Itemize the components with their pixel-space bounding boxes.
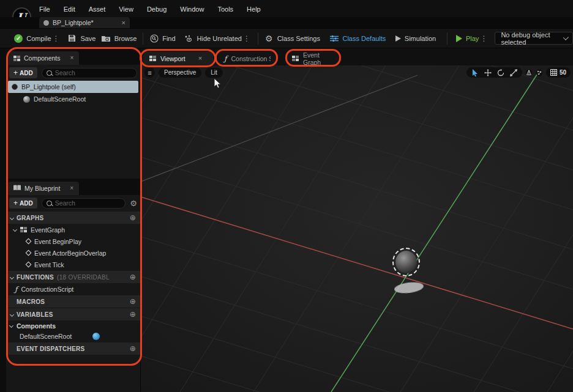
save-button[interactable]: Save bbox=[67, 34, 96, 43]
y-axis-green bbox=[331, 73, 538, 392]
close-icon[interactable]: × bbox=[70, 55, 74, 61]
find-button[interactable]: Find bbox=[149, 34, 175, 43]
tab-event-graph[interactable]: Event Graph bbox=[286, 51, 339, 65]
component-row-self[interactable]: BP_Lightpole (self) bbox=[8, 81, 138, 93]
my-blueprint-panel: My Blueprint × + ADD Search ⚙ GRAPHS ⊕ bbox=[6, 179, 140, 392]
add-dispatcher-icon[interactable]: ⊕ bbox=[130, 344, 136, 353]
add-blueprint-item-button[interactable]: + ADD bbox=[9, 198, 37, 209]
search-icon bbox=[47, 70, 52, 76]
search-placeholder: Search bbox=[55, 69, 75, 76]
asset-tab-bp-lightpole[interactable]: BP_Lightpole* × bbox=[39, 17, 130, 28]
add-function-icon[interactable]: ⊕ bbox=[130, 273, 136, 281]
event-beginplay-row[interactable]: Event BeginPlay bbox=[6, 235, 140, 247]
close-icon[interactable]: × bbox=[70, 185, 73, 191]
browse-icon bbox=[102, 34, 111, 43]
simulation-icon bbox=[395, 35, 401, 42]
menu-file[interactable]: File bbox=[39, 6, 50, 13]
select-tool-icon[interactable] bbox=[471, 69, 479, 76]
viewport-menu-icon[interactable]: ≡ bbox=[144, 67, 155, 78]
menu-asset[interactable]: Asset bbox=[89, 6, 106, 13]
event-icon bbox=[26, 250, 32, 256]
x-axis-red bbox=[141, 197, 573, 329]
lit-button[interactable]: Lit bbox=[205, 68, 223, 78]
rotate-tool-icon[interactable] bbox=[497, 69, 504, 76]
3d-viewport[interactable]: ≡ Perspective Lit bbox=[141, 65, 573, 392]
function-label: ConstructionScript bbox=[21, 286, 73, 293]
play-button[interactable]: Play bbox=[456, 35, 479, 42]
find-icon bbox=[149, 34, 159, 43]
functions-section-header[interactable]: FUNCTIONS (18 OVERRIDABL ⊕ bbox=[6, 271, 140, 283]
search-placeholder: Search bbox=[55, 199, 75, 207]
variable-defaultsceneroot-row[interactable]: DefaultSceneRoot bbox=[6, 331, 140, 342]
menu-help[interactable]: Help bbox=[247, 6, 261, 13]
chevron-expanded-icon bbox=[13, 227, 17, 232]
scale-tool-icon[interactable] bbox=[510, 69, 517, 76]
component-row-scene-root[interactable]: DefaultSceneRoot bbox=[6, 93, 140, 105]
menu-window[interactable]: Window bbox=[180, 6, 204, 13]
menu-tools[interactable]: Tools bbox=[217, 6, 233, 13]
components-icon bbox=[13, 56, 20, 61]
variables-section-header[interactable]: VARIABLES ⊕ bbox=[6, 308, 140, 320]
class-settings-icon: ⚙ bbox=[264, 34, 274, 43]
grid-snap-value: 50 bbox=[560, 69, 566, 76]
event-tick-row[interactable]: Event Tick bbox=[6, 259, 140, 270]
snap-icon[interactable] bbox=[536, 69, 543, 76]
perspective-button[interactable]: Perspective bbox=[159, 68, 201, 78]
grid-icon bbox=[550, 69, 557, 76]
move-tool-icon[interactable] bbox=[484, 69, 492, 76]
surface-snap-icon[interactable] bbox=[525, 69, 533, 76]
add-macro-icon[interactable]: ⊕ bbox=[130, 297, 136, 306]
menu-view[interactable]: View bbox=[119, 6, 133, 13]
blueprint-toolbar: ✓ Compile ⋮ Save Browse Find bbox=[0, 28, 573, 48]
function-icon: ƒ bbox=[15, 285, 17, 294]
overridable-count: (18 OVERRIDABL bbox=[57, 274, 110, 281]
event-actorbeginoverlap-row[interactable]: Event ActorBeginOverlap bbox=[6, 247, 140, 259]
event-icon bbox=[26, 239, 32, 245]
tab-viewport[interactable]: Viewport × bbox=[143, 51, 213, 65]
class-defaults-button[interactable]: Class Defaults bbox=[329, 34, 386, 43]
components-tabbar: Components × bbox=[6, 48, 140, 65]
scene-component-type-icon bbox=[92, 333, 100, 340]
asset-tab-label: BP_Lightpole* bbox=[53, 19, 118, 26]
default-scene-root-sphere[interactable] bbox=[395, 251, 417, 273]
event-dispatchers-section-header[interactable]: EVENT DISPATCHERS ⊕ bbox=[6, 342, 140, 355]
play-icon bbox=[456, 35, 462, 42]
menu-debug[interactable]: Debug bbox=[147, 6, 167, 13]
constructionscript-row[interactable]: ƒ ConstructionScript bbox=[6, 283, 140, 295]
toolbar-separator bbox=[143, 32, 143, 45]
class-settings-button[interactable]: ⚙ Class Settings bbox=[264, 34, 320, 43]
macros-section-header[interactable]: MACROS ⊕ bbox=[6, 295, 140, 308]
variables-components-group[interactable]: Components bbox=[6, 320, 140, 331]
components-actions: + ADD Search bbox=[6, 65, 140, 81]
my-blueprint-tabbar: My Blueprint × bbox=[6, 179, 140, 195]
graphs-section-header[interactable]: GRAPHS ⊕ bbox=[6, 212, 140, 224]
hide-unrelated-options-icon[interactable]: ⋮ bbox=[242, 34, 252, 43]
save-icon bbox=[67, 34, 77, 43]
tab-my-blueprint[interactable]: My Blueprint × bbox=[8, 182, 79, 195]
add-variable-icon[interactable]: ⊕ bbox=[130, 310, 136, 319]
compile-button[interactable]: ✓ Compile bbox=[14, 34, 51, 43]
menu-edit[interactable]: Edit bbox=[64, 6, 75, 13]
compile-options-icon[interactable]: ⋮ bbox=[51, 34, 61, 43]
tab-construction-script[interactable]: ƒ Construction Scrip bbox=[218, 51, 277, 65]
add-graph-icon[interactable]: ⊕ bbox=[130, 213, 136, 222]
debug-object-dropdown[interactable]: No debug object selected bbox=[495, 32, 573, 45]
eventgraph-row[interactable]: EventGraph bbox=[6, 224, 140, 235]
add-component-button[interactable]: + ADD bbox=[9, 67, 37, 78]
simulation-button[interactable]: Simulation bbox=[395, 35, 436, 42]
scene-component-icon bbox=[23, 96, 30, 103]
selected-actor-ring[interactable] bbox=[392, 248, 420, 276]
filter-gear-icon[interactable]: ⚙ bbox=[130, 199, 137, 208]
components-search-input[interactable]: Search bbox=[42, 68, 137, 78]
play-options-icon[interactable]: ⋮ bbox=[479, 34, 489, 43]
class-defaults-icon bbox=[329, 34, 339, 43]
tab-components[interactable]: Components × bbox=[8, 51, 79, 65]
hide-unrelated-button[interactable]: Hide Unrelated bbox=[184, 34, 242, 43]
grid-snap-control[interactable]: 50 bbox=[546, 67, 571, 78]
browse-button[interactable]: Browse bbox=[102, 34, 137, 43]
close-icon[interactable]: × bbox=[122, 20, 125, 26]
close-icon[interactable]: × bbox=[198, 55, 202, 62]
compile-icon: ✓ bbox=[14, 34, 23, 43]
my-blueprint-search-input[interactable]: Search bbox=[42, 198, 126, 209]
event-label: Event Tick bbox=[34, 261, 64, 268]
